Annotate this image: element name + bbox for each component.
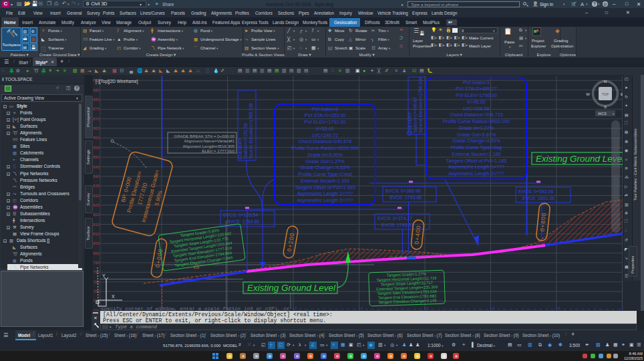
svg-text:EVCS: 0+592.56: EVCS: 0+592.56 bbox=[518, 189, 553, 194]
svg-text:Grade Change=-4.63%: Grade Change=-4.63% bbox=[300, 164, 350, 170]
svg-text:835: 835 bbox=[93, 184, 100, 188]
svg-text:865: 865 bbox=[93, 126, 100, 130]
svg-text:Grade Change=4.59%: Grade Change=4.59% bbox=[452, 138, 500, 144]
svg-text:Existing Ground Level: Existing Ground Level bbox=[247, 283, 336, 293]
svg-text:PVI Index=3: PVI Index=3 bbox=[463, 80, 489, 86]
svg-text:W: W bbox=[586, 92, 590, 96]
svg-text:870: 870 bbox=[93, 117, 100, 121]
svg-text:CULVERT: CULVERT bbox=[238, 138, 243, 159]
svg-text:K=52.00: K=52.00 bbox=[316, 126, 334, 132]
svg-text:Tangent Offset of PVI=1.185: Tangent Offset of PVI=1.185 bbox=[446, 158, 506, 164]
svg-text:855: 855 bbox=[93, 146, 100, 150]
svg-text:GRADE BREAK STA = 0+000.00: GRADE BREAK STA = 0+000.00 bbox=[174, 134, 234, 138]
svg-text:Source Elevation=1796.536: Source Elevation=1796.536 bbox=[418, 77, 423, 133]
svg-text:PVI STA=0+253.90: PVI STA=0+253.90 bbox=[305, 112, 345, 118]
svg-text:Chord Distance=240.878: Chord Distance=240.878 bbox=[299, 138, 352, 144]
svg-text:810: 810 bbox=[93, 232, 100, 236]
svg-text:805: 805 bbox=[93, 241, 100, 245]
svg-text:Asymmetric Length 2=???: Asymmetric Length 2=??? bbox=[448, 170, 504, 176]
svg-text:800: 800 bbox=[93, 251, 100, 255]
svg-text:880: 880 bbox=[93, 98, 100, 102]
svg-text:780: 780 bbox=[93, 289, 100, 293]
svg-text:LVC=240.72: LVC=240.72 bbox=[312, 132, 339, 138]
svg-text:Chord Distance=206.715: Chord Distance=206.715 bbox=[450, 112, 503, 118]
svg-text:Profile Curve Type=Sag: Profile Curve Type=Sag bbox=[451, 144, 502, 150]
svg-text:860: 860 bbox=[93, 136, 100, 140]
svg-text:PVI Index=2: PVI Index=2 bbox=[312, 106, 338, 112]
svg-text:[-][Top][2D Wireframe]: [-][Top][2D Wireframe] bbox=[96, 79, 138, 84]
svg-text:Tangent Offset of PVI=1.393: Tangent Offset of PVI=1.393 bbox=[295, 185, 355, 191]
svg-text:LVC=206.58: LVC=206.58 bbox=[463, 106, 490, 112]
svg-text:External Secant=1.185: External Secant=1.185 bbox=[452, 151, 501, 157]
svg-text:Alignment Name=Variant#1: Alignment Name=Variant#1 bbox=[184, 138, 235, 143]
svg-text:K=45.00: K=45.00 bbox=[468, 99, 486, 105]
svg-text:BVCE: 1793.68: BVCE: 1793.68 bbox=[389, 195, 422, 200]
svg-text:N: N bbox=[604, 80, 607, 84]
svg-text:CULVERT: CULVERT bbox=[408, 112, 412, 133]
svg-text:X: X bbox=[112, 294, 115, 299]
svg-text:840: 840 bbox=[93, 174, 100, 178]
svg-text:WCS: WCS bbox=[598, 112, 607, 116]
svg-text:820: 820 bbox=[93, 213, 100, 217]
svg-text:795: 795 bbox=[93, 261, 100, 265]
svg-text:790: 790 bbox=[93, 270, 100, 274]
svg-text:Profile Curve Radius=4500.000: Profile Curve Radius=4500.000 bbox=[443, 118, 510, 124]
svg-text:Grade Out=1.27%: Grade Out=1.27% bbox=[305, 158, 345, 164]
svg-text:785: 785 bbox=[93, 280, 100, 284]
svg-text:Profile Curve Type=Crest: Profile Curve Type=Crest bbox=[298, 171, 351, 177]
svg-text:830: 830 bbox=[93, 194, 100, 198]
svg-text:Station=0+496.87: Station=0+496.87 bbox=[413, 97, 418, 133]
svg-text:Asymmetric Length 1=???: Asymmetric Length 1=??? bbox=[448, 164, 504, 170]
svg-text:825: 825 bbox=[93, 203, 100, 207]
svg-text:EVCS: 0+374.27: EVCS: 0+374.27 bbox=[377, 216, 412, 221]
svg-text:845: 845 bbox=[93, 165, 100, 169]
svg-text:BVCE: 1784.89: BVCE: 1784.89 bbox=[227, 219, 259, 224]
svg-text:EVCE: 1801.06: EVCE: 1801.06 bbox=[522, 196, 554, 201]
svg-text:S: S bbox=[604, 105, 607, 109]
svg-text:specify corner of window, ente: specify corner of window, enter a scale … bbox=[101, 306, 290, 311]
svg-text:EVCE: 1793.53: EVCE: 1793.53 bbox=[381, 223, 414, 227]
svg-text:Profile Curve Radius=5200.000: Profile Curve Radius=5200.000 bbox=[291, 145, 358, 151]
svg-text:875: 875 bbox=[93, 107, 100, 111]
svg-text:850: 850 bbox=[93, 155, 100, 159]
svg-text:Y: Y bbox=[102, 273, 106, 278]
svg-text:Asymmetric Length 1=???: Asymmetric Length 1=??? bbox=[297, 191, 353, 197]
svg-text:Source Elevation=1785.536: Source Elevation=1785.536 bbox=[249, 103, 253, 159]
svg-text:Asymmetric Length 2=???: Asymmetric Length 2=??? bbox=[297, 197, 353, 203]
svg-text:PVI ELEV=1792.00: PVI ELEV=1792.00 bbox=[304, 119, 345, 125]
svg-text:TOP: TOP bbox=[602, 92, 609, 96]
svg-text:BVCS: 0+133.54: BVCS: 0+133.54 bbox=[223, 213, 258, 217]
svg-text:PVI STA=0+489.27: PVI STA=0+489.27 bbox=[456, 86, 496, 92]
svg-text:ELEV = 1777.010: ELEV = 1777.010 bbox=[202, 148, 234, 153]
svg-text:815: 815 bbox=[93, 223, 100, 227]
svg-text:PVI ELEV=1795.00: PVI ELEV=1795.00 bbox=[456, 92, 497, 98]
svg-text:885: 885 bbox=[93, 88, 100, 92]
svg-text:Alignment Length=3516.305: Alignment Length=3516.305 bbox=[182, 144, 234, 148]
svg-text:BVCS: 0+385.98: BVCS: 0+385.98 bbox=[385, 189, 420, 193]
svg-text:Grade Out=5.87%: Grade Out=5.87% bbox=[457, 132, 496, 138]
svg-text:External Secant=1.393: External Secant=1.393 bbox=[301, 178, 349, 184]
svg-text:Grade In=1.27%: Grade In=1.27% bbox=[459, 125, 494, 131]
svg-text:Station=0+151.58: Station=0+151.58 bbox=[243, 123, 248, 159]
svg-text:Grade In=5.90%: Grade In=5.90% bbox=[307, 152, 343, 158]
